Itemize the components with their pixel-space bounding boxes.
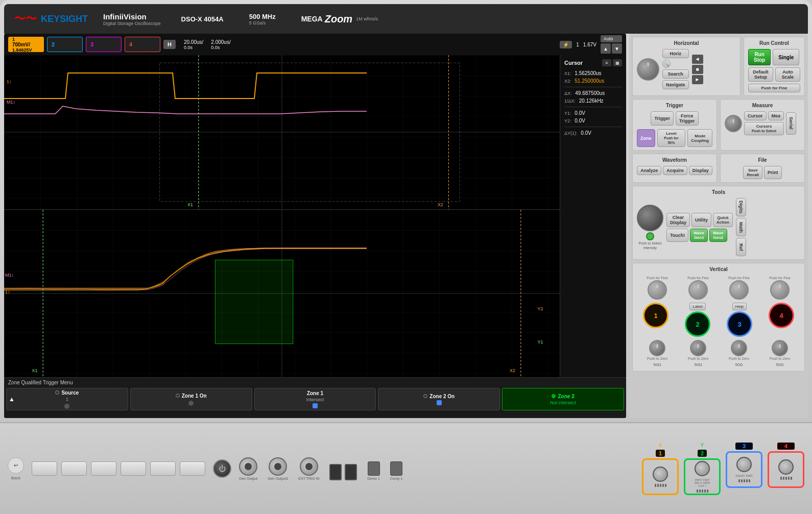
v-pos-knob-2[interactable] bbox=[690, 340, 706, 356]
save-recall-btn[interactable]: SaveRecall bbox=[743, 166, 762, 179]
math-btn[interactable]: Math bbox=[736, 218, 746, 236]
trigger-row2: Zone LevelPush for 50% ModeCoupling bbox=[637, 129, 712, 147]
display-btn[interactable]: Display bbox=[689, 166, 712, 175]
ch4-label: 4 bbox=[129, 41, 132, 47]
softkey-5[interactable] bbox=[150, 461, 176, 476]
navigate-btn[interactable]: Navigate bbox=[662, 80, 689, 89]
v-scale-knob-4[interactable] bbox=[770, 280, 790, 300]
horizontal-knob[interactable] bbox=[637, 58, 659, 81]
quick-action-btn[interactable]: QuickAction bbox=[713, 213, 733, 227]
acquire-btn[interactable]: Acquire bbox=[663, 166, 687, 175]
level-btn[interactable]: LevelPush for 50% bbox=[657, 129, 686, 147]
cursor-dx-val: 49.687500us bbox=[575, 90, 605, 96]
zone1-radio-icon bbox=[176, 394, 180, 398]
power-btn[interactable]: ⏻ bbox=[213, 459, 231, 478]
serial-btn[interactable]: Serial bbox=[786, 112, 796, 135]
softkey-2[interactable] bbox=[61, 461, 87, 476]
single-btn[interactable]: Single bbox=[773, 49, 799, 65]
utility-btn[interactable]: Utility bbox=[691, 213, 711, 227]
ch4-button[interactable]: 4 bbox=[125, 37, 160, 52]
help-btn[interactable]: Help bbox=[732, 303, 747, 310]
cursor-x2-row: X2: 51.250000us bbox=[564, 78, 622, 84]
digits-btn[interactable]: Digits bbox=[736, 198, 746, 216]
ch1-x-label: X bbox=[659, 443, 662, 448]
back-btn[interactable]: ↩ bbox=[8, 457, 24, 474]
pin-3 bbox=[660, 484, 661, 487]
ch4-connector bbox=[768, 451, 804, 488]
cursor-knob[interactable] bbox=[725, 115, 742, 132]
zone1-on-btn[interactable]: Zone 1 On bbox=[130, 388, 252, 410]
cursor-btn[interactable]: Cursor bbox=[744, 111, 767, 120]
source-btn[interactable]: ▲ Source 1 bbox=[6, 388, 128, 410]
softkey-3[interactable] bbox=[91, 461, 116, 476]
softkey-1[interactable] bbox=[32, 461, 57, 476]
wave-gen1-btn[interactable]: WaveGen1 bbox=[690, 229, 708, 242]
v-pos-knob-1[interactable] bbox=[649, 340, 665, 356]
ch3-ring-btn[interactable]: 3 bbox=[727, 311, 752, 337]
ch1-ring-btn[interactable]: 1 bbox=[643, 303, 668, 328]
default-setup-btn[interactable]: DefaultSetup bbox=[748, 67, 773, 82]
push-fine-btn[interactable]: Push for Fine bbox=[748, 84, 800, 92]
touch-btn[interactable]: Touch! bbox=[666, 229, 688, 242]
meas-btn[interactable]: Mea bbox=[768, 111, 784, 120]
clear-display-btn[interactable]: ClearDisplay bbox=[666, 213, 690, 227]
trigger-btn[interactable]: Trigger bbox=[651, 111, 674, 126]
print-btn[interactable]: Print bbox=[764, 166, 782, 179]
svg-text:M1↕: M1↕ bbox=[5, 273, 14, 278]
analyze-btn[interactable]: Analyze bbox=[637, 166, 661, 175]
nav-left-btn[interactable]: ◄ bbox=[692, 55, 703, 64]
zone-btn[interactable]: Zone bbox=[637, 129, 655, 147]
cursor-x1-row: X1: 1.562500us bbox=[564, 70, 622, 76]
auto-scale-btn[interactable]: AutoScale bbox=[775, 67, 800, 82]
ch2-spec: 1MΩ=16pF300 V RMSCAT I bbox=[695, 478, 710, 487]
ch1-button[interactable]: 1 700mV/ 1.84625V bbox=[8, 37, 44, 52]
v-pos-knob-3[interactable] bbox=[731, 340, 747, 356]
ch3-button[interactable]: 3 bbox=[86, 37, 122, 52]
intensity-knob[interactable] bbox=[637, 205, 663, 231]
nav-up-btn[interactable]: ▲ bbox=[601, 43, 611, 54]
model-info: InfiniiVision Digital Storage Oscillosco… bbox=[103, 12, 161, 26]
zone1-intersect-btn[interactable]: Zone 1 Intersect bbox=[254, 388, 376, 410]
pin4-5 bbox=[791, 477, 792, 480]
nav-down-btn[interactable]: ▼ bbox=[612, 43, 622, 54]
horiz-btn[interactable]: Horiz bbox=[662, 49, 689, 58]
cursors-btn[interactable]: CursorsPush to Select bbox=[744, 122, 784, 135]
run-stop-btn[interactable]: RunStop bbox=[748, 49, 771, 65]
ch2-button[interactable]: 2 bbox=[47, 37, 83, 52]
cursor-x2-val: 51.250000us bbox=[575, 78, 604, 84]
cursor-list-btn[interactable]: ≡ bbox=[602, 59, 611, 66]
ch1-scale: 700mV/ bbox=[12, 42, 30, 47]
cursor-grid-btn[interactable]: ▦ bbox=[613, 59, 622, 66]
trigger-section: Trigger Trigger ForceTrigger Zone LevelP… bbox=[632, 99, 717, 151]
nav-stop-btn[interactable]: ■ bbox=[692, 65, 703, 74]
cursor-y2-val: 0.0V bbox=[575, 118, 585, 124]
search-btn[interactable]: Search bbox=[662, 69, 689, 79]
zone2-on-btn[interactable]: Zone 2 On bbox=[378, 388, 500, 410]
softkey-4[interactable] bbox=[121, 461, 146, 476]
source-content: Source 1 bbox=[55, 390, 79, 409]
time-info: 20.00us/ 0.0s 2.000us/ 0.0s bbox=[184, 39, 231, 50]
cursor-panel: Cursor ≡ ▦ X1: 1.562500us X2: 51.250000u… bbox=[560, 55, 626, 377]
ch2-ring-btn[interactable]: 2 bbox=[685, 311, 710, 337]
source-value: 1 bbox=[66, 397, 68, 402]
zone2-notintersect-btn[interactable]: Zone 2 Not intersect bbox=[502, 388, 624, 410]
h-button[interactable]: H bbox=[163, 40, 176, 49]
ch4-ring-btn[interactable]: 4 bbox=[769, 303, 794, 328]
label-btn[interactable]: Label bbox=[689, 303, 706, 310]
softkey-6[interactable] bbox=[180, 461, 205, 476]
v-pos-knob-4[interactable] bbox=[772, 340, 788, 356]
ref-btn[interactable]: Ref bbox=[736, 238, 746, 256]
control-panel: Horizontal Horiz 🔍 Search Navigate ◄ ■ bbox=[629, 34, 808, 418]
zone1-intersect-value: Intersect bbox=[306, 397, 324, 402]
v-scale-knob-1[interactable] bbox=[648, 280, 667, 300]
measure-section: Measure Cursor Mea CursorsPush to Select… bbox=[720, 99, 805, 151]
wave-gen2-btn[interactable]: WaveGen2 bbox=[709, 229, 727, 242]
ch3-connector: 5Ω≤6V RMS bbox=[726, 451, 762, 488]
nav-right-btn[interactable]: ► bbox=[692, 75, 703, 84]
force-trigger-btn[interactable]: ForceTrigger bbox=[676, 111, 699, 126]
v-scale-knob-3[interactable] bbox=[729, 280, 749, 300]
trigger-level: 1.67V bbox=[583, 42, 596, 47]
search-circle-btn[interactable]: 🔍 bbox=[662, 60, 671, 68]
mode-coupling-btn[interactable]: ModeCoupling bbox=[687, 129, 712, 147]
v-scale-knob-2[interactable] bbox=[688, 280, 708, 300]
